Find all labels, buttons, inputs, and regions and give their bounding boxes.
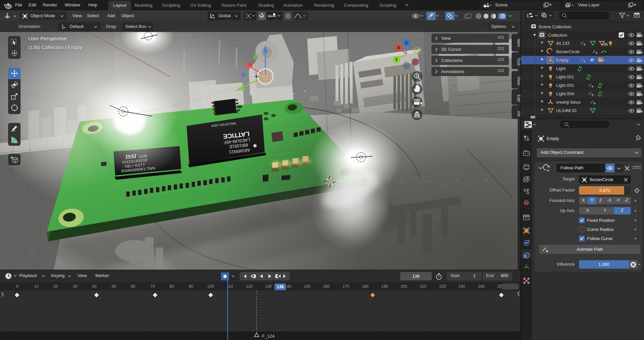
svg-text:20: 20 <box>53 284 58 289</box>
svg-text:70: 70 <box>150 284 155 289</box>
svg-text:240: 240 <box>478 284 485 289</box>
svg-text:Tool: Tool <box>516 58 520 65</box>
svg-text:50: 50 <box>111 284 116 289</box>
svg-text:200: 200 <box>400 284 407 289</box>
svg-text:ULX4M IO: ULX4M IO <box>556 108 577 113</box>
svg-text:Collection: Collection <box>548 33 567 38</box>
svg-text:BezierCircle: BezierCircle <box>556 49 580 54</box>
svg-text:Light.002: Light.002 <box>556 83 574 88</box>
svg-text:30: 30 <box>73 284 77 289</box>
svg-text:60: 60 <box>131 284 135 289</box>
svg-text:srednji fokus: srednji fokus <box>556 100 581 105</box>
svg-text:Y: Y <box>395 58 398 62</box>
svg-text:120: 120 <box>246 284 253 289</box>
svg-text:80: 80 <box>169 284 174 289</box>
svg-text:Light: Light <box>556 66 566 71</box>
svg-text:150: 150 <box>304 284 311 289</box>
svg-text:View: View <box>516 76 520 86</box>
svg-text:Light.004: Light.004 <box>556 91 574 96</box>
svg-text:Edit: Edit <box>516 95 520 102</box>
svg-text:180: 180 <box>362 284 368 289</box>
svg-text:210: 210 <box>420 284 426 289</box>
svg-text:F_124: F_124 <box>262 334 275 339</box>
svg-text:170: 170 <box>343 284 349 289</box>
svg-text:190: 190 <box>381 284 388 289</box>
svg-text:230: 230 <box>458 284 465 289</box>
svg-text:90: 90 <box>189 284 193 289</box>
svg-text:0: 0 <box>16 284 19 289</box>
svg-text:160: 160 <box>323 284 330 289</box>
svg-text:130: 130 <box>265 284 272 289</box>
svg-text:220: 220 <box>439 284 446 289</box>
svg-text:44.133: 44.133 <box>556 41 570 46</box>
svg-text:Scene Collection: Scene Collection <box>539 24 572 29</box>
svg-text:Light.001: Light.001 <box>556 74 574 79</box>
svg-text:AN: AN <box>516 111 520 116</box>
svg-text:+99: +99 <box>602 43 608 46</box>
svg-text:X: X <box>397 45 400 50</box>
svg-text:Empty: Empty <box>556 58 569 63</box>
svg-text:Item: Item <box>516 39 520 47</box>
svg-text:Z: Z <box>405 41 408 45</box>
svg-text:100: 100 <box>207 284 214 289</box>
svg-text:10: 10 <box>34 284 39 289</box>
svg-text:40: 40 <box>92 284 97 289</box>
